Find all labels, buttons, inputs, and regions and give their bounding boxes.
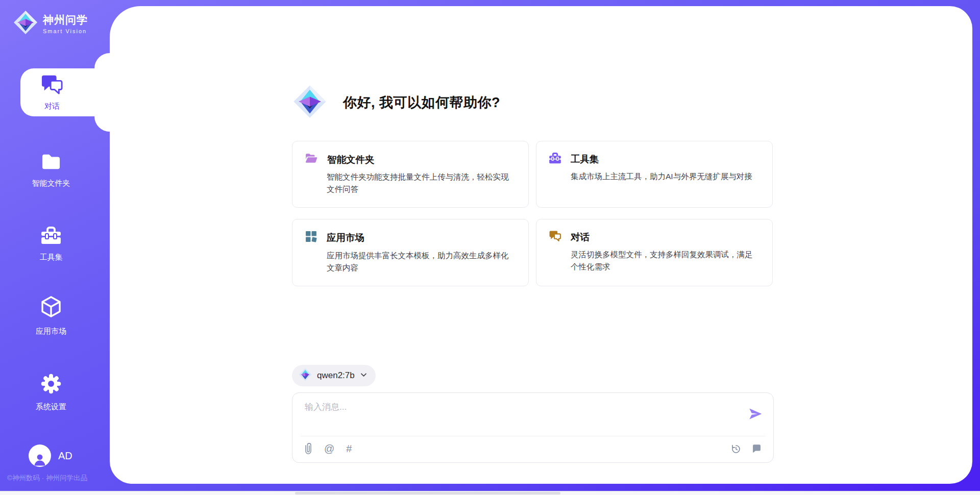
sidebar-item-label: 智能文件夹: [32, 179, 70, 188]
model-selector[interactable]: qwen2:7b: [292, 365, 376, 386]
card-app-market[interactable]: 应用市场 应用市场提供丰富长文本模板，助力高效生成多样化文章内容: [292, 219, 529, 286]
sidebar-item-tools[interactable]: 工具集: [0, 226, 102, 262]
scrollbar-thumb[interactable]: [295, 492, 560, 494]
chat-bubbles-icon: [549, 230, 561, 244]
briefcase-icon: [549, 152, 561, 166]
tab-fillet-top: [94, 53, 110, 68]
card-title: 智能文件夹: [327, 153, 375, 166]
brand-subtitle: Smart Vision: [43, 28, 88, 34]
sidebar-item-label: 应用市场: [36, 327, 66, 336]
message-input[interactable]: [304, 400, 734, 432]
send-icon[interactable]: [748, 406, 763, 422]
diamond-logo-icon: [293, 85, 327, 120]
greeting-title: 你好, 我可以如何帮助你?: [343, 93, 500, 112]
sidebar-item-label: 对话: [44, 102, 60, 111]
cube-icon: [40, 295, 62, 321]
chat-bubbles-icon: [40, 74, 64, 97]
mention-icon[interactable]: @: [324, 443, 334, 454]
composer-divider: [301, 436, 765, 436]
card-description: 集成市场上主流工具，助力AI与外界无缝扩展与对接: [571, 170, 760, 183]
tab-fillet-bottom: [94, 116, 110, 132]
card-description: 智能文件夹功能支持批量文件上传与清洗，轻松实现文件问答: [327, 171, 516, 196]
model-name: qwen2:7b: [317, 370, 355, 381]
gear-icon: [40, 373, 62, 397]
card-toolset[interactable]: 工具集 集成市场上主流工具，助力AI与外界无缝扩展与对接: [536, 141, 773, 208]
hash-icon[interactable]: #: [346, 443, 352, 454]
card-description: 应用市场提供丰富长文本模板，助力高效生成多样化文章内容: [327, 250, 516, 275]
user-profile[interactable]: AD: [29, 444, 72, 467]
grid-icon: [305, 230, 317, 245]
sidebar-item-label: 工具集: [40, 253, 63, 262]
card-title: 工具集: [571, 153, 599, 165]
folder-open-icon: [305, 152, 318, 166]
copyright-text: ©神州数码 · 神州问学出品: [7, 474, 87, 483]
sidebar-item-chat[interactable]: 对话: [20, 68, 122, 116]
app-window: 神州问学 Smart Vision 对话 智能文件夹: [0, 0, 980, 495]
card-title: 对话: [571, 231, 590, 243]
message-composer: @ #: [292, 392, 774, 463]
card-description: 灵活切换多模型文件，支持多样回复效果调试，满足个性化需求: [571, 249, 760, 274]
briefcase-icon: [40, 226, 62, 247]
history-icon[interactable]: [730, 443, 741, 454]
chat-bubble-icon[interactable]: [751, 443, 762, 454]
user-initials: AD: [58, 450, 72, 462]
feature-cards: 智能文件夹 智能文件夹功能支持批量文件上传与清洗，轻松实现文件问答 工具集 集成…: [292, 141, 774, 286]
horizontal-scrollbar[interactable]: [0, 491, 980, 495]
sidebar-item-folder[interactable]: 智能文件夹: [0, 153, 102, 188]
brand-logo: 神州问学 Smart Vision: [13, 10, 88, 37]
folder-icon: [40, 153, 62, 173]
diamond-logo-icon: [13, 10, 38, 37]
brand-name: 神州问学: [43, 13, 88, 27]
diamond-logo-icon: [299, 368, 312, 383]
card-smart-folder[interactable]: 智能文件夹 智能文件夹功能支持批量文件上传与清洗，轻松实现文件问答: [292, 141, 529, 208]
card-title: 应用市场: [327, 231, 364, 244]
sidebar-item-market[interactable]: 应用市场: [0, 295, 102, 336]
paperclip-icon[interactable]: [304, 442, 312, 455]
sidebar-item-settings[interactable]: 系统设置: [0, 373, 102, 412]
sidebar-item-label: 系统设置: [36, 402, 66, 412]
card-chat[interactable]: 对话 灵活切换多模型文件，支持多样回复效果调试，满足个性化需求: [536, 219, 773, 286]
avatar: [29, 444, 51, 467]
chevron-down-icon: [360, 371, 368, 381]
greeting-block: 你好, 我可以如何帮助你?: [293, 85, 500, 120]
